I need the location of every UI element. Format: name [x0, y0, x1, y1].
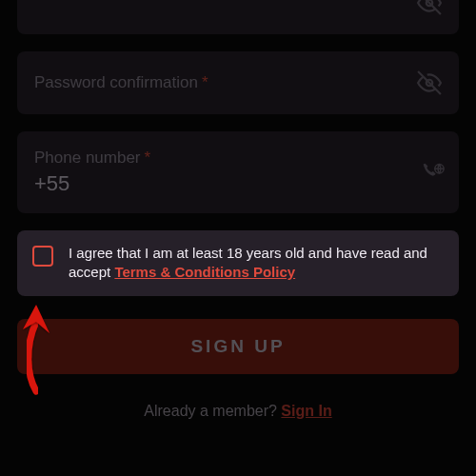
password-confirmation-label: Password confirmation* — [34, 73, 208, 92]
eye-off-icon[interactable] — [417, 0, 442, 15]
field-prev-partial[interactable] — [17, 0, 459, 34]
phone-number-label: Phone number* — [34, 149, 150, 168]
password-confirmation-field[interactable]: Password confirmation* — [17, 51, 459, 114]
phone-globe-icon[interactable] — [419, 161, 446, 184]
already-member-text: Already a member? Sign In — [17, 403, 459, 420]
phone-number-value: +55 — [34, 171, 69, 196]
terms-link[interactable]: Terms & Conditions Policy — [114, 264, 295, 280]
terms-row: I agree that I am at least 18 years old … — [17, 230, 459, 296]
eye-off-icon[interactable] — [417, 70, 442, 95]
terms-checkbox[interactable] — [32, 246, 53, 267]
terms-text: I agree that I am at least 18 years old … — [69, 244, 444, 283]
sign-up-button[interactable]: SIGN UP — [17, 319, 459, 374]
sign-in-link[interactable]: Sign In — [281, 403, 331, 419]
phone-number-field[interactable]: Phone number* +55 — [17, 131, 459, 213]
